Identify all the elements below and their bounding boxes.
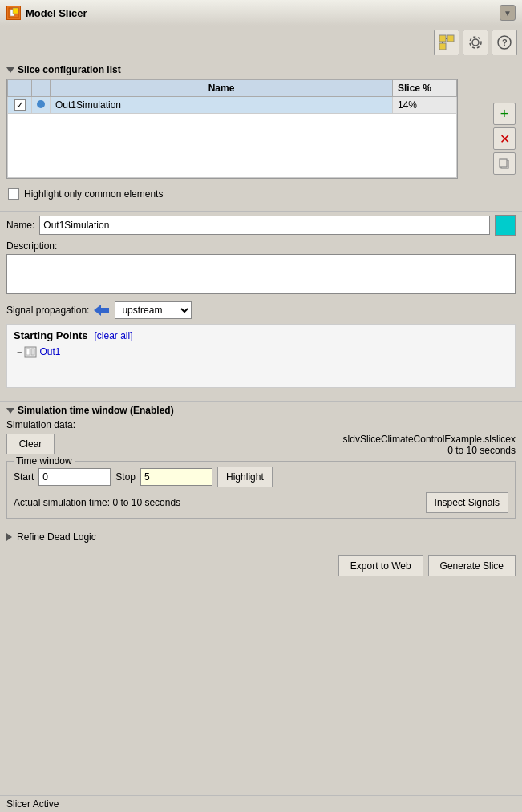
signal-prop-label: Signal propagation: — [6, 305, 89, 316]
toolbar: ? — [0, 26, 522, 59]
clear-all-link[interactable]: [clear all] — [94, 330, 132, 341]
svg-point-8 — [472, 39, 479, 46]
row-name: Out1Simulation — [51, 97, 393, 114]
highlight-btn[interactable]: Highlight — [217, 467, 273, 487]
propagation-select[interactable]: upstream downstream both — [115, 301, 192, 319]
table-empty-row — [8, 114, 457, 178]
app-icon — [6, 6, 21, 20]
svg-rect-4 — [447, 35, 454, 42]
generate-slice-btn[interactable]: Generate Slice — [428, 555, 516, 576]
desc-textarea[interactable] — [6, 254, 516, 294]
tree-minus-icon: − — [17, 347, 22, 357]
status-bar: Slicer Active — [0, 795, 522, 812]
starting-points-header: Starting Points [clear all] — [14, 329, 508, 341]
slice-tool-btn[interactable] — [434, 30, 459, 55]
app-title: Model Slicer — [26, 7, 87, 19]
sim-data-label: Simulation data: — [6, 419, 75, 430]
svg-rect-16 — [26, 349, 30, 355]
title-bar: Model Slicer ▼ — [0, 0, 522, 26]
collapse-slice-icon[interactable] — [6, 67, 14, 73]
help-btn[interactable]: ? — [492, 30, 517, 55]
time-row: Start Stop Highlight — [14, 467, 508, 487]
table-row[interactable]: ✓ Out1Simulation 14% — [8, 97, 457, 114]
signal-prop-row: Signal propagation: upstream downstream … — [6, 301, 516, 319]
name-col-header: Name — [51, 80, 393, 97]
svg-rect-17 — [31, 349, 34, 355]
sim-timerange: 0 to 10 seconds — [447, 445, 516, 456]
stop-input[interactable] — [140, 468, 212, 486]
actual-sim-row: Actual simulation time: 0 to 10 seconds … — [14, 492, 508, 513]
sim-section-label: Simulation time window (Enabled) — [18, 405, 174, 416]
sim-data-row: Simulation data: — [6, 419, 516, 430]
svg-point-9 — [470, 37, 481, 48]
row-pct: 14% — [393, 97, 457, 114]
check-col-header — [8, 80, 32, 97]
status-text: Slicer Active — [6, 798, 59, 810]
start-label: Start — [14, 471, 34, 483]
highlight-only-checkbox[interactable] — [8, 188, 19, 200]
refine-label: Refine Dead Logic — [17, 531, 96, 543]
start-input[interactable] — [38, 468, 111, 486]
name-label: Name: — [6, 220, 34, 231]
actual-sim-text: Actual simulation time: 0 to 10 seconds — [14, 497, 180, 508]
color-swatch[interactable] — [495, 215, 516, 236]
add-btn[interactable]: + — [493, 103, 516, 125]
sim-filename: sldvSliceClimateControlExample.slslicex — [343, 434, 516, 445]
svg-text:?: ? — [502, 38, 508, 47]
pct-col-header: Slice % — [393, 80, 457, 97]
refine-expand-icon[interactable] — [6, 533, 12, 541]
dot-col-header — [32, 80, 51, 97]
highlight-only-row: Highlight only common elements — [8, 188, 516, 200]
remove-btn[interactable]: ✕ — [493, 127, 516, 150]
svg-marker-14 — [94, 305, 109, 316]
tree-block-icon — [24, 346, 37, 358]
slice-table: Name Slice % ✓ Out1Simulation — [7, 79, 457, 178]
time-window-legend: Time window — [14, 455, 75, 467]
main-content: Slice configuration list Name Slice % — [0, 59, 522, 211]
slice-list-container: Name Slice % ✓ Out1Simulation — [6, 79, 458, 179]
inspect-signals-btn[interactable]: Inspect Signals — [426, 492, 508, 513]
refine-section: Refine Dead Logic — [0, 525, 522, 549]
bottom-btns: Export to Web Generate Slice — [0, 549, 522, 583]
export-to-web-btn[interactable]: Export to Web — [338, 555, 423, 576]
sim-section-header: Simulation time window (Enabled) — [6, 405, 516, 416]
row-checkbox[interactable]: ✓ — [14, 99, 26, 111]
slice-config-header: Slice configuration list — [6, 64, 516, 75]
copy-btn[interactable] — [493, 152, 516, 175]
collapse-sim-icon[interactable] — [6, 408, 14, 414]
desc-label: Description: — [6, 240, 516, 252]
settings-btn[interactable] — [463, 30, 488, 55]
sim-file-info: sldvSliceClimateControlExample.slslicex … — [63, 434, 516, 456]
svg-rect-3 — [439, 35, 446, 42]
desc-section: Description: — [6, 240, 516, 297]
stop-label: Stop — [115, 471, 136, 483]
starting-points-title: Starting Points — [14, 329, 87, 341]
title-dropdown-btn[interactable]: ▼ — [500, 5, 516, 21]
clear-btn[interactable]: Clear — [6, 434, 55, 454]
svg-rect-2 — [13, 8, 18, 14]
svg-rect-13 — [500, 159, 507, 167]
name-input[interactable] — [39, 216, 490, 235]
highlight-only-label: Highlight only common elements — [24, 188, 163, 200]
row-dot — [37, 100, 45, 108]
slice-config-label: Slice configuration list — [18, 64, 121, 75]
name-row: Name: — [6, 215, 516, 236]
sp-tree-row: − Out1 — [17, 346, 508, 358]
time-window-group: Time window Start Stop Highlight Actual … — [6, 461, 516, 519]
starting-points-box: Starting Points [clear all] − Out1 — [6, 324, 516, 388]
sp-link-out1[interactable]: Out1 — [39, 346, 60, 358]
svg-rect-5 — [439, 43, 446, 50]
arrow-left-icon — [94, 305, 110, 316]
